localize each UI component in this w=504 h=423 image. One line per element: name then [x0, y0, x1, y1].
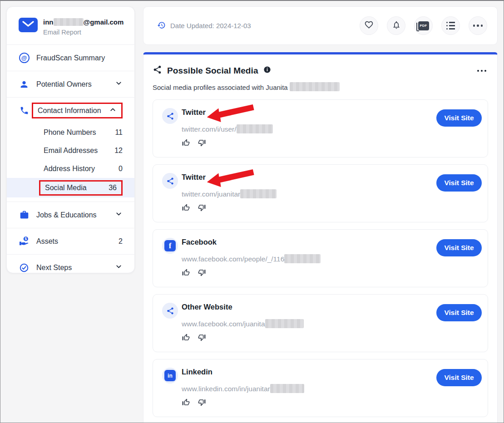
share-icon: [162, 108, 178, 124]
report-header: inn@gmail.com Email Report: [7, 7, 134, 44]
pdf-icon: PDF: [418, 21, 429, 30]
chevron-down-icon: [115, 79, 123, 89]
profile-url: twitter.com/juanitar: [182, 189, 429, 198]
report-email: inn@gmail.com: [43, 18, 124, 26]
thumb-up-icon[interactable]: [182, 203, 190, 212]
social-media-row-other-website: Other Website www.facebook.com/juanita V…: [153, 294, 488, 352]
profile-url: twitter.com/i/user/: [182, 124, 429, 133]
sidebar-item-address-history[interactable]: Address History 0: [7, 160, 134, 178]
chevron-down-icon: [115, 210, 123, 220]
envelope-icon: [19, 18, 38, 32]
visit-site-button[interactable]: Visit Site: [436, 239, 482, 256]
redacted-url: [270, 384, 304, 393]
sidebar-item-assets[interactable]: $ Assets 2: [7, 228, 134, 254]
redacted-url: [240, 189, 277, 198]
section-menu-button[interactable]: [475, 68, 488, 74]
history-clock-icon: [157, 21, 166, 31]
sidebar-item-social-media[interactable]: Social Media 36: [7, 178, 134, 197]
platform-name: Facebook: [182, 238, 429, 246]
chevron-up-icon: [109, 106, 117, 115]
report-toolbar: Date Updated: 2024-12-03 PDF: [143, 6, 498, 45]
notifications-button[interactable]: [387, 16, 405, 35]
count-badge: 11: [115, 128, 123, 137]
section-subtitle: Social media profiles associated with Ju…: [153, 82, 488, 91]
thumb-up-icon[interactable]: [182, 138, 190, 147]
hand-dollar-icon: $: [19, 236, 30, 246]
download-pdf-button[interactable]: PDF: [414, 16, 433, 35]
profile-url: www.linkedin.com/in/juanitar: [182, 384, 429, 393]
report-sidebar: inn@gmail.com Email Report @ FraudScan S…: [6, 6, 135, 273]
more-options-button[interactable]: [469, 16, 487, 35]
social-media-row-twitter-2: Twitter twitter.com/juanitar Visit Site: [153, 164, 488, 222]
count-badge: 2: [119, 237, 123, 246]
sidebar-item-contact-information[interactable]: Contact Information: [7, 98, 134, 123]
report-type-label: Email Report: [43, 28, 124, 36]
thumb-up-icon[interactable]: [182, 268, 190, 277]
person-icon: [19, 79, 30, 89]
ellipsis-icon: [473, 25, 483, 27]
phone-icon: [19, 106, 30, 115]
share-icon: [162, 173, 178, 189]
platform-name: Linkedin: [182, 368, 429, 376]
date-updated-label: Date Updated: 2024-12-03: [170, 22, 251, 30]
bell-icon: [392, 20, 401, 31]
list-view-button[interactable]: [441, 16, 460, 35]
sidebar-item-fraudscan-summary[interactable]: @ FraudScan Summary: [7, 45, 134, 71]
possible-social-media-card: Possible Social Media Social media profi…: [143, 52, 498, 423]
platform-name: Twitter: [182, 108, 429, 117]
favorite-button[interactable]: [360, 16, 378, 35]
share-icon: [153, 65, 162, 76]
sidebar-item-email-addresses[interactable]: Email Addresses 12: [7, 142, 134, 160]
visit-site-button[interactable]: Visit Site: [436, 109, 482, 127]
thumb-down-icon[interactable]: [198, 138, 206, 147]
social-media-row-facebook: f Facebook www.facebook.com/people/_/116…: [153, 229, 488, 287]
sidebar-item-jobs-educations[interactable]: Jobs & Educations: [7, 202, 134, 228]
redacted-email: [54, 18, 84, 26]
count-badge: 0: [119, 165, 123, 173]
redacted-name: [290, 82, 340, 91]
ellipsis-icon: [477, 70, 486, 72]
thumb-down-icon[interactable]: [198, 333, 206, 342]
chevron-down-icon: [115, 263, 123, 272]
annotation-box-social-media: Social Media 36: [39, 180, 123, 196]
list-icon: [446, 22, 455, 30]
facebook-icon: f: [162, 238, 178, 254]
thumb-up-icon[interactable]: [182, 333, 190, 342]
svg-text:$: $: [25, 237, 27, 241]
platform-name: Other Website: [182, 303, 429, 311]
thumb-down-icon[interactable]: [198, 203, 206, 212]
sidebar-item-potential-owners[interactable]: Potential Owners: [7, 71, 134, 97]
section-title: Possible Social Media: [167, 66, 258, 76]
thumb-down-icon[interactable]: [198, 268, 206, 277]
count-badge: 36: [109, 184, 117, 192]
info-icon[interactable]: [263, 66, 271, 75]
visit-site-button[interactable]: Visit Site: [436, 304, 482, 321]
profile-url: www.facebook.com/people/_/116: [182, 254, 429, 263]
redacted-url: [284, 254, 321, 263]
thumb-up-icon[interactable]: [182, 398, 190, 407]
platform-name: Twitter: [182, 173, 429, 182]
redacted-url: [265, 319, 304, 328]
briefcase-icon: [19, 210, 30, 220]
visit-site-button[interactable]: Visit Site: [436, 174, 482, 192]
sidebar-item-phone-numbers[interactable]: Phone Numbers 11: [7, 123, 134, 142]
profile-url: www.facebook.com/juanita: [182, 319, 429, 328]
visit-site-button[interactable]: Visit Site: [436, 369, 482, 386]
social-media-row-linkedin: in Linkedin www.linkedin.com/in/juanitar…: [153, 359, 488, 417]
sidebar-item-next-steps[interactable]: Next Steps: [7, 255, 134, 273]
thumb-down-icon[interactable]: [198, 398, 206, 407]
count-badge: 12: [114, 147, 123, 155]
check-circle-icon: [19, 263, 30, 273]
fraudscan-at-icon: @: [19, 53, 30, 63]
annotation-box-contact-information: Contact Information: [32, 103, 123, 118]
heart-icon: [364, 20, 374, 31]
linkedin-icon: in: [162, 368, 178, 384]
redacted-url: [237, 124, 273, 133]
social-media-row-twitter-1: Twitter twitter.com/i/user/ Visit Site: [153, 99, 488, 157]
share-icon: [162, 303, 178, 319]
